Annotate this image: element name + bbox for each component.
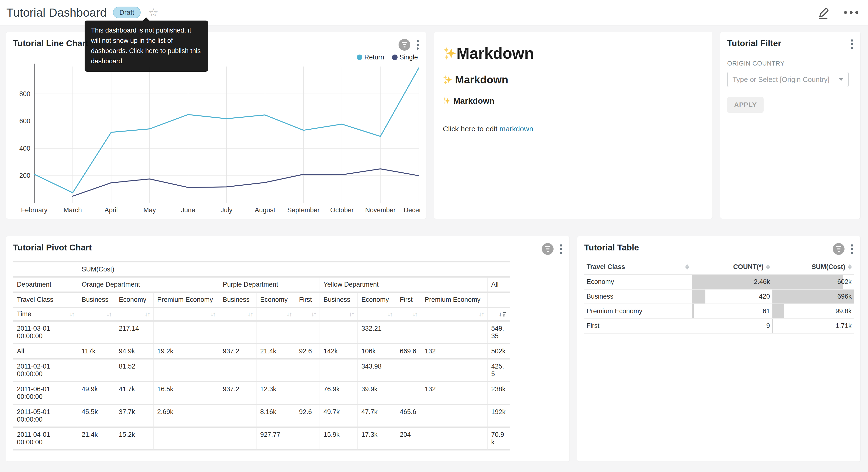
pivot-value-cell	[320, 359, 358, 382]
pivot-value-cell	[154, 321, 219, 344]
pivot-col-group: Purple Department	[219, 277, 320, 292]
filter-kebab-menu-icon[interactable]	[850, 39, 854, 50]
count-cell: 420	[692, 289, 772, 304]
x-axis-tick: August	[255, 206, 276, 214]
pivot-panel-title: Tutorial Pivot Chart	[13, 243, 92, 253]
pivot-sort-cell: ↓↑	[296, 307, 320, 321]
pivot-value-cell	[256, 359, 296, 382]
sort-icon[interactable]: ↓↑	[311, 311, 316, 318]
pivot-value-cell	[296, 321, 320, 344]
draft-badge[interactable]: Draft	[113, 7, 141, 19]
markdown-paragraph-text: Click here to edit	[443, 125, 499, 133]
table-row: Business 420 696k	[584, 289, 854, 304]
pivot-col-header: First	[396, 292, 421, 307]
pivot-value-cell	[421, 427, 488, 450]
chart-kebab-menu-icon[interactable]	[416, 40, 420, 50]
legend-label: Single	[400, 54, 418, 61]
legend-item-return[interactable]: Return	[357, 54, 384, 61]
markdown-h2: Markdown	[443, 73, 704, 86]
pivot-value-cell: 8.16k	[256, 405, 296, 427]
pivot-value-cell: 106k	[358, 344, 396, 359]
sort-icon[interactable]: ↓↑	[387, 311, 392, 318]
pivot-value-cell	[396, 321, 421, 344]
panel-tutorial-table: Tutorial Table Travel Class COUNT(*) SUM…	[577, 236, 861, 462]
pivot-sort-cell: ↓↑	[115, 307, 154, 321]
pivot-value-cell: 37.7k	[115, 405, 154, 427]
pivot-row-header: Department	[13, 277, 78, 292]
sort-icon[interactable]: ↓↑	[69, 311, 74, 318]
pivot-data-row: All117k94.9k19.2k937.221.4k92.6142k106k6…	[13, 344, 510, 359]
pivot-col-header: Premium Economy	[154, 292, 219, 307]
col-header-sum-cost[interactable]: SUM(Cost)	[772, 260, 854, 274]
pivot-sort-cell: ↓↑	[219, 307, 256, 321]
pivot-value-cell: 15.9k	[320, 427, 358, 450]
sort-icon[interactable]: ↓↑	[479, 311, 484, 318]
pivot-value-cell: 92.6	[296, 344, 320, 359]
applied-filters-icon[interactable]	[542, 243, 554, 255]
sort-icon[interactable]: ↓↑	[106, 311, 111, 318]
table-kebab-menu-icon[interactable]	[850, 244, 854, 254]
pivot-col-header: Business	[78, 292, 115, 307]
table-row: First 9 1.71k	[584, 319, 854, 333]
apply-button[interactable]: APPLY	[727, 97, 764, 113]
origin-country-select[interactable]: Type or Select [Origin Country]	[727, 72, 849, 87]
count-cell: 2.46k	[692, 274, 772, 289]
line-chart: 200400600800FebruaryMarchAprilMayJuneJul…	[13, 63, 420, 217]
legend-item-single[interactable]: Single	[392, 54, 418, 61]
sort-icon[interactable]: ↓↑	[248, 311, 253, 318]
pivot-value-cell: 12.3k	[256, 382, 296, 405]
pivot-col-header: Business	[219, 292, 256, 307]
pivot-value-cell	[421, 405, 488, 427]
x-axis-tick: September	[287, 206, 319, 214]
sort-icon[interactable]: ↓↑	[349, 311, 354, 318]
pivot-value-cell	[296, 382, 320, 405]
pivot-col-header: Economy	[256, 292, 296, 307]
x-axis-tick: October	[330, 206, 353, 214]
pivot-value-cell: 238k	[488, 382, 510, 405]
edit-pencil-icon[interactable]	[818, 6, 830, 19]
col-header-travel-class[interactable]: Travel Class	[584, 260, 692, 274]
favorite-star-icon[interactable]: ☆	[148, 7, 158, 18]
travel-class-cell: First	[584, 319, 692, 333]
sort-icon[interactable]: ↓↑	[210, 311, 215, 318]
pivot-data-row: 2011-06-01 00:00:0049.9k41.7k16.5k937.21…	[13, 382, 510, 405]
markdown-h1: Markdown	[443, 44, 704, 62]
more-menu-icon[interactable]	[844, 11, 858, 14]
pivot-value-cell: 15.2k	[115, 427, 154, 450]
applied-filters-icon[interactable]	[399, 39, 410, 51]
pivot-value-cell: 94.9k	[115, 344, 154, 359]
publish-tooltip: This dashboard is not published, it will…	[85, 21, 208, 72]
sort-icon[interactable]: ↓↑	[145, 311, 150, 318]
pivot-data-row: 2011-02-01 00:00:0081.52343.98425.5	[13, 359, 510, 382]
page-title: Tutorial Dashboard	[6, 6, 106, 19]
line-series-single[interactable]	[73, 169, 419, 196]
y-axis-tick: 600	[19, 117, 30, 125]
pivot-sort-cell: ↓↑	[256, 307, 296, 321]
sort-desc-icon[interactable]: ↓	[499, 311, 506, 318]
pivot-value-cell: 21.4k	[256, 344, 296, 359]
select-placeholder: Type or Select [Origin Country]	[733, 76, 830, 84]
sum-cell: 1.71k	[772, 319, 854, 333]
pivot-value-cell: 669.6	[396, 344, 421, 359]
sort-icon[interactable]: ↓↑	[412, 311, 417, 318]
travel-class-cell: Premium Economy	[584, 304, 692, 319]
pivot-value-cell: 81.52	[115, 359, 154, 382]
pivot-kebab-menu-icon[interactable]	[559, 244, 563, 254]
pivot-value-cell: 332.21	[358, 321, 396, 344]
pivot-value-cell	[396, 359, 421, 382]
pivot-value-cell: 117k	[78, 344, 115, 359]
sum-cell: 696k	[772, 289, 854, 304]
pivot-value-cell	[154, 359, 219, 382]
x-axis-tick: July	[221, 206, 232, 214]
applied-filters-icon[interactable]	[833, 243, 844, 255]
col-header-count[interactable]: COUNT(*)	[692, 260, 772, 274]
sort-icon[interactable]: ↓↑	[286, 311, 291, 318]
markdown-h3: Markdown	[443, 96, 704, 106]
pivot-value-cell: 45.5k	[78, 405, 115, 427]
markdown-edit-link[interactable]: markdown	[499, 125, 533, 133]
pivot-time-cell: 2011-02-01 00:00:00	[13, 359, 78, 382]
pivot-data-row: 2011-04-01 00:00:0021.4k15.2k927.7715.9k…	[13, 427, 510, 450]
pivot-table: SUM(Cost)DepartmentOrange DepartmentPurp…	[13, 261, 510, 450]
pivot-value-cell: 47.7k	[358, 405, 396, 427]
sort-caret-icon	[848, 264, 851, 269]
